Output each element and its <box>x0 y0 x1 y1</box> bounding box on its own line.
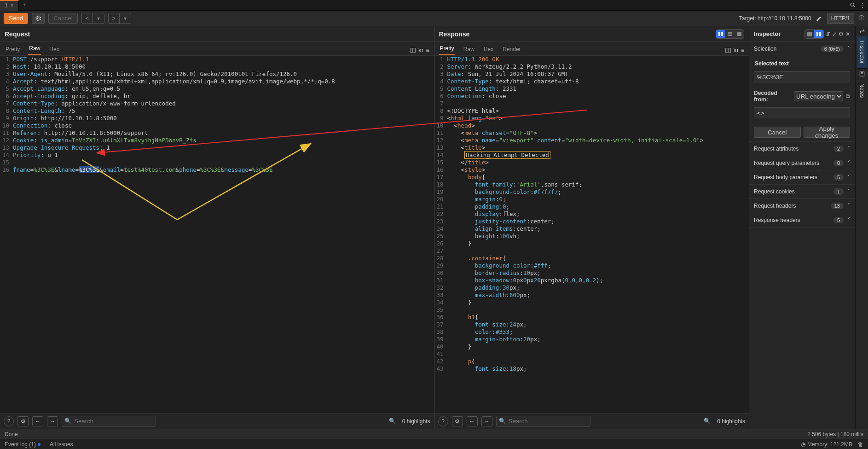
editor-line[interactable]: 22 display:flex; <box>434 210 749 218</box>
help-icon[interactable]: ? <box>4 416 14 426</box>
close-icon[interactable]: ✕ <box>845 31 850 37</box>
editor-line[interactable]: 8<!DOCTYPE html> <box>434 107 749 115</box>
all-issues[interactable]: All issues <box>50 441 73 448</box>
editor-line[interactable]: 42 p{ <box>434 358 749 365</box>
editor-line[interactable]: 38 color:#333; <box>434 328 749 336</box>
wrap-icon[interactable]: \n <box>418 47 423 53</box>
arrow-right-icon[interactable]: → <box>47 416 58 426</box>
inspector-section[interactable]: Response headers5˅ <box>749 213 855 227</box>
layout-single-icon[interactable] <box>735 30 744 38</box>
gear-icon[interactable] <box>32 13 45 24</box>
history-prev-dropdown[interactable]: ▾ <box>93 13 104 23</box>
editor-line[interactable]: 10 <head> <box>434 122 749 129</box>
inspector-view-1[interactable] <box>805 30 814 38</box>
editor-line[interactable]: 7 <box>434 100 749 107</box>
editor-line[interactable]: 31 box-shadow:0px0px20pxrgba(0,0,0,0.2); <box>434 277 749 284</box>
editor-line[interactable]: 15 <box>0 159 434 166</box>
inspector-apply-button[interactable]: Apply changes <box>804 127 851 138</box>
editor-line[interactable]: 12 <meta name="viewport" content="width=… <box>434 137 749 144</box>
editor-line[interactable]: 21 padding:0; <box>434 203 749 210</box>
editor-line[interactable]: 12Cookie: is_admin=InVzZXIi.uAlmXlTvm8vy… <box>0 137 434 144</box>
search-submit-icon[interactable]: 🔍 <box>389 418 396 424</box>
editor-line[interactable]: 26 } <box>434 240 749 247</box>
response-editor[interactable]: 1HTTP/1.1 200 OK2Server: Werkzeug/2.2.2 … <box>434 56 749 413</box>
trash-icon[interactable]: 🗑 <box>858 441 863 448</box>
arrow-left-icon[interactable]: ← <box>467 416 478 426</box>
arrow-left-icon[interactable]: ← <box>32 416 43 426</box>
editor-line[interactable]: 13 <title> <box>434 144 749 152</box>
help-icon[interactable]: ⓘ <box>859 14 864 22</box>
layout-toggle-icon[interactable] <box>725 48 731 52</box>
editor-line[interactable]: 36 h1{ <box>434 314 749 321</box>
event-log[interactable]: Event log (1) <box>5 441 41 448</box>
editor-line[interactable]: 33 max-width:600px; <box>434 292 749 299</box>
editor-line[interactable]: 5Accept-Language: en-US,en;q=0.5 <box>0 85 434 93</box>
editor-line[interactable]: 3Date: Sun, 21 Jul 2024 16:08:37 GMT <box>434 70 749 78</box>
editor-line[interactable]: 20 margin:0; <box>434 196 749 203</box>
history-next[interactable]: > <box>109 13 120 23</box>
editor-line[interactable]: 17 body{ <box>434 174 749 181</box>
close-icon[interactable]: × <box>11 2 14 9</box>
decoded-encoding-select[interactable]: URL encoding <box>794 91 843 101</box>
layout-columns-icon[interactable] <box>716 30 725 38</box>
editor-line[interactable]: 6Accept-Encoding: gzip, deflate, br <box>0 93 434 100</box>
editor-line[interactable]: 14 Hacking Attempt Detected <box>434 152 749 159</box>
gear-icon[interactable]: ⚙ <box>452 416 463 426</box>
editor-line[interactable]: 24 align-items:center; <box>434 225 749 233</box>
editor-line[interactable]: 40 } <box>434 343 749 350</box>
search-icon[interactable] <box>850 2 856 8</box>
editor-line[interactable]: 34 } <box>434 299 749 306</box>
editor-line[interactable]: 14Priority: u=1 <box>0 152 434 159</box>
inspector-section[interactable]: Request attributes2˅ <box>749 142 855 156</box>
layout-toggle-icon[interactable] <box>410 48 416 52</box>
editor-line[interactable]: 7Content-Type: application/x-www-form-ur… <box>0 100 434 107</box>
editor-line[interactable]: 2Host: 10.10.11.8:5000 <box>0 63 434 70</box>
editor-line[interactable]: 8Content-Length: 75 <box>0 107 434 115</box>
inspector-section[interactable]: Request body parameters5˅ <box>749 170 855 185</box>
wrap-icon[interactable]: \n <box>734 47 738 53</box>
repeater-tab-1[interactable]: 1 × <box>0 0 19 11</box>
tab-render[interactable]: Render <box>502 43 521 55</box>
editor-line[interactable]: 32 padding:30px; <box>434 284 749 292</box>
editor-line[interactable]: 10Connection: close <box>0 122 434 129</box>
tab-raw[interactable]: Raw <box>28 42 41 55</box>
request-editor[interactable]: 1POST /support HTTP/1.12Host: 10.10.11.8… <box>0 56 434 413</box>
help-icon[interactable]: ? <box>438 416 448 426</box>
search-submit-icon[interactable]: 🔍 <box>704 418 711 424</box>
http-protocol-button[interactable]: HTTP/1 <box>827 13 854 24</box>
copy-icon[interactable]: ⧉ <box>846 93 850 99</box>
inspector-section[interactable]: Request headers13˅ <box>749 199 855 213</box>
editor-line[interactable]: 4Accept: text/html,application/xhtml+xml… <box>0 78 434 85</box>
editor-line[interactable]: 43 font-size:18px; <box>434 365 749 373</box>
editor-line[interactable]: 1HTTP/1.1 200 OK <box>434 56 749 63</box>
editor-line[interactable]: 11 <meta charset="UTF-8"> <box>434 129 749 137</box>
tab-hex[interactable]: Hex <box>483 43 494 55</box>
selection-header[interactable]: Selection 6 (0x6) ˄ <box>749 42 855 56</box>
editor-line[interactable]: 25 height:100vh; <box>434 233 749 240</box>
editor-line[interactable]: 29 background-color:#fff; <box>434 262 749 269</box>
more-icon[interactable]: ⋮ <box>860 2 865 8</box>
menu-icon[interactable]: ≡ <box>426 47 429 53</box>
pencil-icon[interactable] <box>816 15 822 22</box>
inspector-section[interactable]: Request cookies1˅ <box>749 185 855 199</box>
editor-line[interactable]: 27 <box>434 247 749 255</box>
editor-line[interactable]: 3User-Agent: Mozilla/5.0 (X11; Linux x86… <box>0 70 434 78</box>
expand-icon[interactable]: ⇵ <box>826 31 830 37</box>
menu-icon[interactable]: ≡ <box>741 47 744 53</box>
editor-line[interactable]: 16fname=%3C%3E&lname=%3C%3E&email=test%4… <box>0 166 434 174</box>
editor-line[interactable]: 6Connection: close <box>434 93 749 100</box>
editor-line[interactable]: 39 margin-bottom:20px; <box>434 336 749 343</box>
editor-line[interactable]: 9Origin: http://10.10.11.8:5000 <box>0 115 434 122</box>
history-next-dropdown[interactable]: ▾ <box>120 13 131 23</box>
layout-rows-icon[interactable] <box>725 30 735 38</box>
editor-line[interactable]: 15 </title> <box>434 159 749 166</box>
cancel-button[interactable]: Cancel <box>48 13 78 24</box>
editor-line[interactable]: 11Referer: http://10.10.11.8:5000/suppor… <box>0 129 434 137</box>
editor-line[interactable]: 1POST /support HTTP/1.1 <box>0 56 434 63</box>
editor-line[interactable]: 23 justify-content:center; <box>434 218 749 225</box>
inspector-cancel-button[interactable]: Cancel <box>754 127 801 138</box>
add-tab-button[interactable]: + <box>19 2 30 8</box>
link-icon[interactable]: ⮂ <box>859 28 865 35</box>
send-button[interactable]: Send <box>4 13 28 24</box>
editor-line[interactable]: 5Content-Length: 2331 <box>434 85 749 93</box>
